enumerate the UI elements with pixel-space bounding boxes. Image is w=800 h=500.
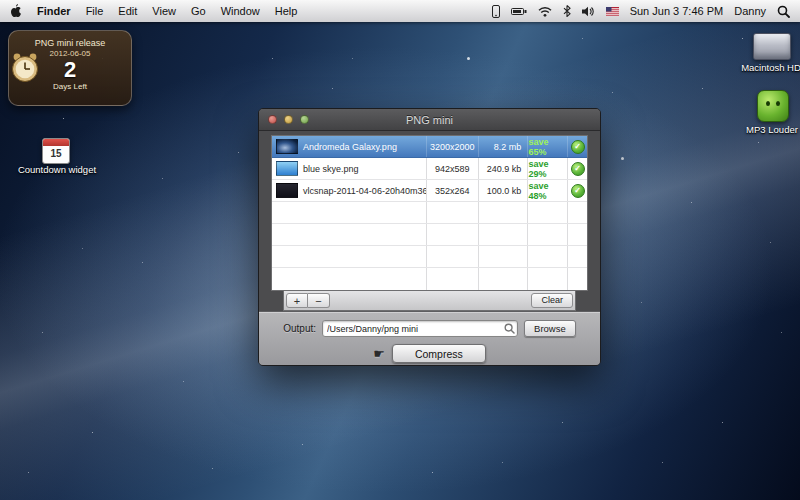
menu-item-help[interactable]: Help bbox=[275, 5, 298, 17]
compress-row: ☛ Compress bbox=[259, 344, 600, 363]
png-mini-window: PNG mini Andromeda Galaxy.png 3200x2000 … bbox=[258, 108, 601, 366]
dimensions-cell: 3200x2000 bbox=[426, 136, 478, 157]
file-name: blue skye.png bbox=[303, 164, 359, 174]
mp3-louder-icon-eyes bbox=[766, 101, 770, 106]
calendar-icon-day: 15 bbox=[43, 146, 69, 161]
countdown-widget-label[interactable]: Countdown widget bbox=[17, 164, 97, 175]
magnifier-icon[interactable] bbox=[504, 320, 515, 338]
calendar-icon-header bbox=[43, 139, 69, 146]
volume-icon[interactable] bbox=[582, 6, 595, 17]
output-path-field-wrap bbox=[322, 320, 518, 337]
countdown-widget-app-icon[interactable]: 15 bbox=[42, 138, 70, 164]
menu-item-go[interactable]: Go bbox=[191, 5, 206, 17]
file-name-cell: Andromeda Galaxy.png bbox=[272, 136, 426, 157]
close-button[interactable] bbox=[268, 115, 277, 124]
mp3-louder-icon[interactable] bbox=[757, 90, 789, 122]
us-flag-icon[interactable] bbox=[606, 7, 619, 16]
file-table: Andromeda Galaxy.png 3200x2000 8.2 mb sa… bbox=[271, 135, 588, 291]
alarm-clock-icon bbox=[10, 51, 40, 87]
menu-item-edit[interactable]: Edit bbox=[118, 5, 137, 17]
menu-item-window[interactable]: Window bbox=[221, 5, 260, 17]
mp3-louder-label[interactable]: MP3 Louder bbox=[737, 124, 800, 135]
status-cell: ✓ bbox=[567, 136, 587, 157]
iphone-icon[interactable] bbox=[492, 5, 500, 18]
zoom-button[interactable] bbox=[300, 115, 309, 124]
file-name-cell: vlcsnap-2011-04-06-20h40m36s165.png bbox=[272, 180, 426, 201]
wifi-icon[interactable] bbox=[538, 6, 552, 17]
save-percent-cell: save 65% bbox=[527, 136, 567, 157]
add-file-button[interactable]: + bbox=[286, 293, 308, 308]
clear-button[interactable]: Clear bbox=[531, 293, 573, 308]
menu-left: Finder File Edit View Go Window Help bbox=[10, 4, 297, 18]
menu-status-area: Sun Jun 3 7:46 PM Danny bbox=[492, 5, 790, 18]
menu-user[interactable]: Danny bbox=[734, 5, 766, 17]
status-cell: ✓ bbox=[567, 180, 587, 201]
table-row[interactable]: Andromeda Galaxy.png 3200x2000 8.2 mb sa… bbox=[272, 136, 587, 158]
spotlight-search-icon[interactable] bbox=[777, 5, 790, 18]
check-icon: ✓ bbox=[571, 162, 585, 176]
desktop: Finder File Edit View Go Window Help bbox=[0, 0, 800, 500]
size-cell: 100.0 kb bbox=[478, 180, 528, 201]
dimensions-cell: 942x589 bbox=[426, 158, 478, 179]
output-row: Output: Browse bbox=[259, 312, 600, 337]
macintosh-hd-icon[interactable] bbox=[753, 33, 791, 60]
table-toolbar: + − Clear bbox=[283, 291, 576, 311]
dimensions-cell: 352x264 bbox=[426, 180, 478, 201]
menu-item-file[interactable]: File bbox=[86, 5, 104, 17]
widget-title: PNG mini release bbox=[9, 38, 131, 48]
file-name-cell: blue skye.png bbox=[272, 158, 426, 179]
traffic-lights bbox=[268, 115, 309, 124]
window-titlebar[interactable]: PNG mini bbox=[259, 109, 600, 131]
countdown-widget: PNG mini release 2012-06-05 2 Days Left bbox=[8, 30, 132, 106]
file-thumbnail bbox=[276, 139, 298, 154]
browse-button[interactable]: Browse bbox=[524, 320, 576, 337]
save-percent-cell: save 29% bbox=[527, 158, 567, 179]
table-row-empty bbox=[272, 246, 587, 268]
menu-bar: Finder File Edit View Go Window Help bbox=[0, 0, 800, 22]
check-icon: ✓ bbox=[571, 140, 585, 154]
window-content-top: Andromeda Galaxy.png 3200x2000 8.2 mb sa… bbox=[259, 131, 600, 311]
size-cell: 8.2 mb bbox=[478, 136, 528, 157]
table-row[interactable]: blue skye.png 942x589 240.9 kb save 29% … bbox=[272, 158, 587, 180]
size-cell: 240.9 kb bbox=[478, 158, 528, 179]
minimize-button[interactable] bbox=[284, 115, 293, 124]
check-icon: ✓ bbox=[571, 184, 585, 198]
pointing-hand-icon: ☛ bbox=[373, 347, 385, 360]
table-row-empty bbox=[272, 224, 587, 246]
output-path-input[interactable] bbox=[323, 324, 504, 334]
file-name: Andromeda Galaxy.png bbox=[303, 142, 397, 152]
table-row[interactable]: vlcsnap-2011-04-06-20h40m36s165.png 352x… bbox=[272, 180, 587, 202]
save-percent-cell: save 48% bbox=[527, 180, 567, 201]
menu-item-view[interactable]: View bbox=[152, 5, 176, 17]
file-thumbnail bbox=[276, 161, 298, 176]
menu-clock[interactable]: Sun Jun 3 7:46 PM bbox=[630, 5, 724, 17]
compress-button[interactable]: Compress bbox=[392, 344, 486, 363]
bluetooth-icon[interactable] bbox=[563, 5, 571, 17]
macintosh-hd-label[interactable]: Macintosh HD bbox=[741, 62, 800, 73]
menu-app-name[interactable]: Finder bbox=[37, 5, 71, 17]
battery-icon[interactable] bbox=[511, 7, 527, 16]
window-content-bottom: Output: Browse ☛ Compress bbox=[259, 311, 600, 366]
apple-menu-icon[interactable] bbox=[10, 4, 22, 18]
window-title: PNG mini bbox=[406, 114, 453, 126]
file-thumbnail bbox=[276, 183, 298, 198]
status-cell: ✓ bbox=[567, 158, 587, 179]
remove-file-button[interactable]: − bbox=[308, 293, 330, 308]
output-label: Output: bbox=[283, 323, 316, 334]
file-name: vlcsnap-2011-04-06-20h40m36s165.png bbox=[303, 186, 426, 196]
table-row-empty bbox=[272, 202, 587, 224]
table-row-empty bbox=[272, 268, 587, 290]
